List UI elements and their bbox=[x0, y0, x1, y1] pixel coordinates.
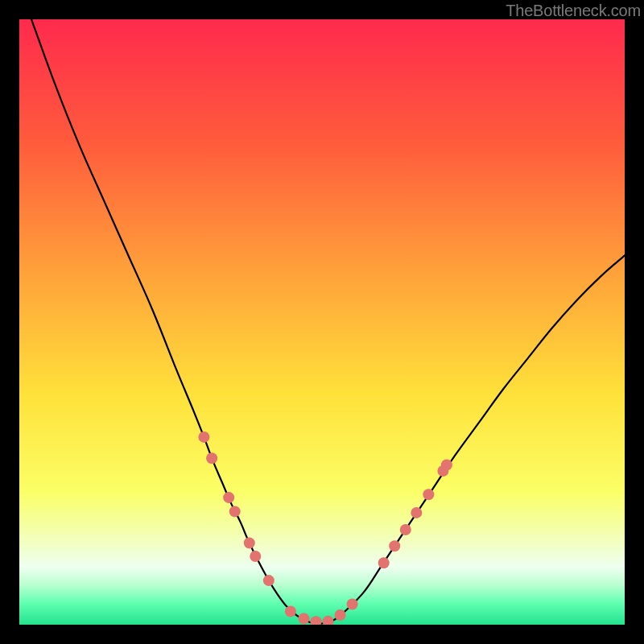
marker-dot bbox=[378, 557, 390, 568]
marker-dot bbox=[400, 524, 411, 535]
marker-dot bbox=[263, 575, 275, 586]
marker-dot bbox=[244, 537, 255, 548]
marker-dot bbox=[229, 506, 241, 517]
marker-dot bbox=[423, 489, 434, 500]
chart-svg bbox=[19, 19, 625, 625]
marker-dot bbox=[223, 492, 234, 503]
marker-dot bbox=[285, 605, 296, 617]
marker-dot bbox=[298, 613, 309, 624]
chart-background bbox=[19, 19, 625, 625]
marker-dot bbox=[206, 452, 217, 464]
watermark-text: TheBottleneck.com bbox=[506, 2, 641, 20]
marker-dot bbox=[250, 551, 261, 562]
marker-dot bbox=[389, 540, 400, 551]
marker-dot bbox=[347, 598, 358, 609]
marker-dot bbox=[198, 431, 209, 443]
marker-dot bbox=[411, 507, 422, 518]
marker-dot bbox=[441, 459, 452, 470]
marker-dot bbox=[335, 609, 346, 621]
outer-frame: TheBottleneck.com bbox=[0, 0, 644, 644]
